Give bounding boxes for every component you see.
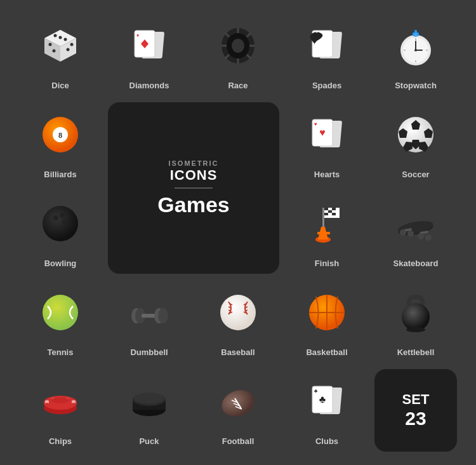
grid-item-clubs: ♣ ♣ Clubs (286, 369, 368, 452)
svg-point-8 (67, 48, 70, 51)
grid-item-kettlebell: Kettlebell (374, 280, 457, 363)
promo-divider (175, 187, 213, 189)
puck-label: Puck (139, 436, 159, 447)
svg-text:♥: ♥ (319, 127, 326, 138)
grid-item-stopwatch: Stopwatch (374, 13, 457, 96)
baseball-icon (197, 280, 279, 345)
grid-item-tennis: Tennis (19, 280, 102, 363)
billiards-label: Billiards (44, 170, 76, 180)
promo-card: ISOMETRIC ICONS Games (108, 102, 279, 274)
svg-point-6 (49, 43, 52, 46)
chips-label: Chips (49, 436, 72, 447)
grid-item-baseball: Baseball (197, 280, 279, 363)
svg-point-79 (43, 295, 78, 330)
promo-title: ICONS (170, 167, 218, 184)
chips-icon (19, 369, 102, 434)
grid-item-spades: ♠ Spades (286, 13, 368, 96)
svg-point-5 (59, 36, 62, 39)
svg-point-97 (402, 303, 430, 331)
grid-item-bowling: Bowling (19, 191, 102, 274)
skateboard-label: Skateboard (393, 259, 439, 269)
grid-item-chips: Chips (19, 369, 102, 452)
spades-icon: ♠ (286, 13, 368, 78)
puck-icon (108, 369, 190, 434)
bowling-label: Bowling (44, 259, 77, 269)
svg-point-77 (418, 233, 424, 239)
svg-text:♣: ♣ (319, 394, 326, 405)
svg-point-78 (425, 234, 432, 241)
svg-point-60 (62, 219, 67, 224)
set23-card: SET 23 (374, 369, 457, 452)
svg-rect-64 (332, 208, 336, 210)
grid-item-hearts: ♥ ♥ Hearts (286, 102, 368, 185)
billiards-icon: 8 (19, 102, 102, 167)
grid-item-billiards: 8 Billiards (19, 102, 102, 185)
hearts-icon: ♥ ♥ (286, 102, 368, 167)
stopwatch-icon (374, 13, 457, 78)
tennis-label: Tennis (48, 347, 74, 358)
promo-subtitle: ISOMETRIC (168, 159, 218, 167)
svg-point-59 (60, 213, 65, 218)
svg-point-98 (406, 327, 425, 332)
dice-label: Dice (51, 81, 69, 91)
bowling-icon (19, 191, 102, 256)
svg-point-103 (51, 397, 69, 403)
svg-point-84 (158, 308, 168, 323)
svg-point-107 (134, 393, 164, 404)
soccer-icon (374, 102, 457, 167)
race-icon (197, 13, 279, 78)
finish-label: Finish (315, 259, 339, 269)
svg-point-75 (400, 229, 406, 236)
svg-text:♣: ♣ (314, 388, 318, 394)
grid-item-diamonds: ♦ Diamonds (108, 13, 190, 96)
soccer-label: Soccer (402, 170, 429, 180)
baseball-label: Baseball (221, 347, 255, 358)
grid-item-finish: Finish (286, 191, 368, 274)
svg-point-76 (407, 231, 414, 237)
svg-rect-66 (324, 213, 328, 215)
grid-item-basketball: Basketball (286, 280, 368, 363)
svg-rect-70 (317, 232, 330, 234)
basketball-icon (286, 280, 368, 345)
svg-rect-63 (324, 208, 328, 210)
svg-point-9 (70, 43, 74, 46)
svg-point-57 (43, 206, 78, 241)
promo-big: Games (157, 192, 229, 217)
svg-point-34 (414, 33, 418, 37)
basketball-label: Basketball (306, 347, 347, 358)
kettlebell-icon (374, 280, 457, 345)
football-icon (197, 369, 279, 434)
svg-text:♥: ♥ (314, 121, 317, 127)
dumbbell-icon (108, 280, 190, 345)
svg-point-3 (54, 34, 57, 37)
hearts-label: Hearts (314, 170, 340, 180)
grid-item-puck: Puck (108, 369, 190, 452)
icon-grid: Dice ♦ Diamonds (6, 1, 470, 464)
svg-point-58 (53, 215, 58, 220)
football-label: Football (222, 436, 255, 447)
svg-rect-65 (328, 210, 332, 213)
skateboard-icon (374, 191, 457, 256)
set-label: SET (402, 392, 430, 407)
finish-icon (286, 191, 368, 256)
grid-item-football: Football (197, 369, 279, 452)
stopwatch-label: Stopwatch (395, 81, 437, 91)
svg-point-85 (220, 295, 256, 330)
kettlebell-label: Kettlebell (397, 347, 435, 358)
diamonds-label: Diamonds (129, 81, 169, 91)
clubs-icon: ♣ ♣ (286, 369, 368, 434)
grid-item-dice: Dice (19, 13, 102, 96)
svg-point-17 (232, 39, 244, 53)
svg-point-7 (53, 50, 56, 53)
clubs-label: Clubs (315, 436, 338, 447)
grid-item-dumbbell: Dumbbell (108, 280, 190, 363)
svg-text:♦: ♦ (136, 32, 139, 38)
svg-point-37 (414, 49, 417, 51)
grid-item-soccer: Soccer (374, 102, 457, 185)
svg-text:8: 8 (58, 131, 62, 139)
spades-label: Spades (312, 81, 341, 91)
diamonds-icon: ♦ (108, 13, 190, 78)
dice-icon (19, 13, 102, 78)
set-number: 23 (405, 408, 426, 429)
svg-rect-67 (332, 213, 336, 215)
